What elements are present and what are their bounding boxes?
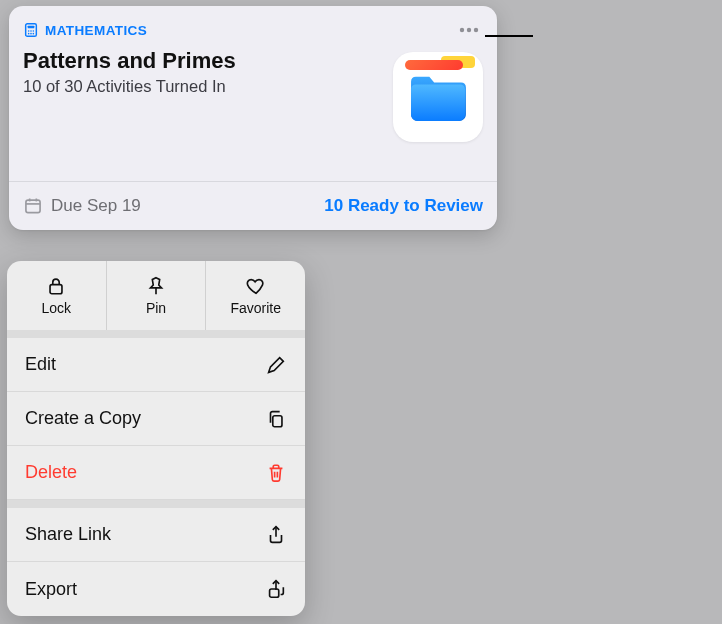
svg-point-9 (467, 28, 471, 32)
trash-icon (265, 462, 287, 484)
card-body: Patterns and Primes 10 of 30 Activities … (9, 42, 497, 181)
pin-icon (145, 275, 167, 297)
edit-label: Edit (25, 354, 56, 375)
menu-item-share[interactable]: Share Link (7, 508, 305, 562)
svg-rect-17 (273, 415, 282, 426)
favorite-button[interactable]: Favorite (206, 261, 305, 330)
svg-point-4 (33, 30, 35, 32)
menu-item-export[interactable]: Export (7, 562, 305, 616)
svg-rect-11 (26, 200, 40, 213)
svg-point-8 (460, 28, 464, 32)
calendar-icon (23, 196, 43, 216)
heart-icon (245, 275, 267, 297)
lock-icon (45, 275, 67, 297)
menu-item-edit[interactable]: Edit (7, 338, 305, 392)
share-label: Share Link (25, 524, 111, 545)
favorite-label: Favorite (230, 300, 281, 316)
subject-label: MATHEMATICS (45, 23, 147, 38)
card-text: Patterns and Primes 10 of 30 Activities … (23, 48, 381, 96)
menu-item-copy[interactable]: Create a Copy (7, 392, 305, 446)
svg-point-6 (30, 33, 32, 35)
svg-rect-15 (50, 285, 62, 294)
callout-line (485, 35, 533, 37)
subject-tag: MATHEMATICS (23, 22, 147, 38)
svg-rect-20 (270, 589, 279, 597)
svg-point-2 (28, 30, 30, 32)
more-button[interactable] (455, 18, 483, 42)
svg-rect-1 (28, 26, 35, 29)
ready-to-review-link[interactable]: 10 Ready to Review (324, 196, 483, 216)
svg-point-7 (33, 33, 35, 35)
export-label: Export (25, 579, 77, 600)
card-footer: Due Sep 19 10 Ready to Review (9, 181, 497, 230)
copy-label: Create a Copy (25, 408, 141, 429)
svg-point-10 (474, 28, 478, 32)
context-menu: Lock Pin Favorite Edit Create a Copy (7, 261, 305, 616)
files-app-icon (393, 52, 483, 142)
pin-label: Pin (146, 300, 166, 316)
export-icon (265, 578, 287, 600)
duplicate-icon (265, 408, 287, 430)
card-title: Patterns and Primes (23, 48, 381, 74)
pin-button[interactable]: Pin (107, 261, 207, 330)
lock-label: Lock (42, 300, 72, 316)
menu-top-row: Lock Pin Favorite (7, 261, 305, 338)
due-date: Due Sep 19 (23, 196, 141, 216)
menu-item-delete[interactable]: Delete (7, 446, 305, 500)
due-label: Due Sep 19 (51, 196, 141, 216)
card-subtitle: 10 of 30 Activities Turned In (23, 77, 381, 96)
calculator-icon (23, 22, 39, 38)
assignment-card[interactable]: MATHEMATICS Patterns and Primes 10 of 30… (9, 6, 497, 230)
delete-label: Delete (25, 462, 77, 483)
pencil-icon (265, 354, 287, 376)
lock-button[interactable]: Lock (7, 261, 107, 330)
ellipsis-icon (458, 26, 480, 34)
share-icon (265, 524, 287, 546)
svg-point-3 (30, 30, 32, 32)
card-header: MATHEMATICS (9, 6, 497, 42)
menu-divider (7, 500, 305, 508)
svg-point-5 (28, 33, 30, 35)
